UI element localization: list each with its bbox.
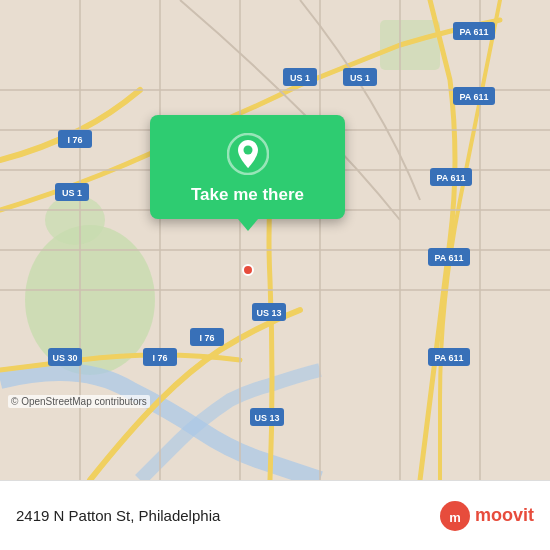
svg-text:PA 611: PA 611 bbox=[436, 173, 465, 183]
svg-point-1 bbox=[25, 225, 155, 375]
svg-text:US 13: US 13 bbox=[256, 308, 281, 318]
location-pin-icon bbox=[227, 133, 269, 175]
svg-text:PA 611: PA 611 bbox=[459, 92, 488, 102]
svg-text:US 1: US 1 bbox=[62, 188, 82, 198]
svg-text:US 1: US 1 bbox=[290, 73, 310, 83]
moovit-brand-icon: m bbox=[439, 500, 471, 532]
bottom-bar: 2419 N Patton St, Philadelphia m moovit bbox=[0, 480, 550, 550]
copyright-text: © OpenStreetMap contributors bbox=[8, 395, 150, 408]
take-me-there-label: Take me there bbox=[191, 185, 304, 205]
map-container: I 76 US 1 US 1 US 1 PA 611 PA 611 PA 611… bbox=[0, 0, 550, 480]
take-me-there-button[interactable]: Take me there bbox=[150, 115, 345, 219]
svg-rect-3 bbox=[380, 20, 440, 70]
svg-point-44 bbox=[243, 265, 253, 275]
svg-point-46 bbox=[243, 146, 252, 155]
svg-text:PA 611: PA 611 bbox=[459, 27, 488, 37]
svg-text:I 76: I 76 bbox=[152, 353, 167, 363]
svg-text:PA 611: PA 611 bbox=[434, 353, 463, 363]
address-text: 2419 N Patton St, Philadelphia bbox=[16, 507, 220, 524]
svg-text:US 30: US 30 bbox=[52, 353, 77, 363]
svg-text:m: m bbox=[449, 510, 461, 525]
svg-text:US 1: US 1 bbox=[350, 73, 370, 83]
moovit-text: moovit bbox=[475, 505, 534, 526]
svg-text:I 76: I 76 bbox=[67, 135, 82, 145]
svg-text:I 76: I 76 bbox=[199, 333, 214, 343]
svg-text:PA 611: PA 611 bbox=[434, 253, 463, 263]
svg-text:US 13: US 13 bbox=[254, 413, 279, 423]
moovit-logo: m moovit bbox=[439, 500, 534, 532]
svg-point-2 bbox=[45, 195, 105, 245]
